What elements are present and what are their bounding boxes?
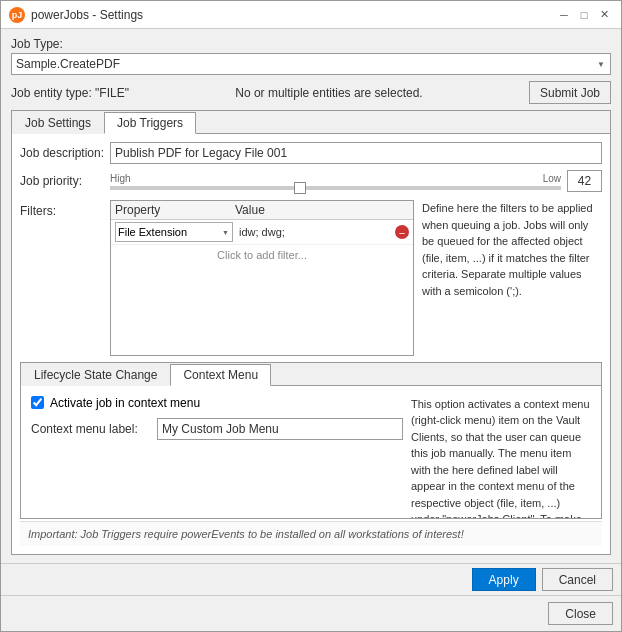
main-window: pJ powerJobs - Settings ─ □ ✕ Job Type: … xyxy=(0,0,622,632)
filter-property-select[interactable]: File Extension xyxy=(115,222,233,242)
inner-tabs-header: Lifecycle State Change Context Menu xyxy=(21,363,601,386)
titlebar: pJ powerJobs - Settings ─ □ ✕ xyxy=(1,1,621,29)
apply-cancel-row: Apply Cancel xyxy=(1,563,621,595)
filter-delete-button[interactable]: – xyxy=(395,225,409,239)
filters-description: Define here the filters to be applied wh… xyxy=(422,200,602,356)
entity-label: Job entity type: "FILE" xyxy=(11,86,129,100)
bottom-buttons: Close xyxy=(1,595,621,631)
filters-label: Filters: xyxy=(20,200,110,356)
window-controls: ─ □ ✕ xyxy=(555,6,613,24)
job-description-row: Job description: xyxy=(20,142,602,164)
job-description-label: Job description: xyxy=(20,146,110,160)
apply-button[interactable]: Apply xyxy=(472,568,536,591)
submit-job-button[interactable]: Submit Job xyxy=(529,81,611,104)
job-type-label: Job Type: xyxy=(11,37,611,51)
priority-slider-container: High Low xyxy=(110,173,561,190)
main-tabs-header: Job Settings Job Triggers xyxy=(12,111,610,134)
table-row: File Extension – xyxy=(111,220,413,245)
priority-value: 42 xyxy=(567,170,602,192)
priority-label: Job priority: xyxy=(20,174,110,188)
filter-value-input[interactable] xyxy=(237,222,395,242)
add-filter-text: Click to add filter... xyxy=(217,249,307,261)
activate-context-menu-label: Activate job in context menu xyxy=(50,396,200,410)
context-label-row: Context menu label: xyxy=(31,418,403,440)
filter-property-wrapper: File Extension xyxy=(115,222,233,242)
inner-tab-context-menu-content: Activate job in context menu Context men… xyxy=(21,386,601,519)
inner-tabs-container: Lifecycle State Change Context Menu Acti… xyxy=(20,362,602,520)
maximize-button[interactable]: □ xyxy=(575,6,593,24)
job-description-input[interactable] xyxy=(110,142,602,164)
activate-context-menu-checkbox[interactable] xyxy=(31,396,44,409)
close-window-button[interactable]: ✕ xyxy=(595,6,613,24)
filters-row: Filters: Property Value File Extension xyxy=(20,200,602,356)
context-menu-left: Activate job in context menu Context men… xyxy=(31,396,403,509)
filter-col-value-header: Value xyxy=(235,203,409,217)
priority-slider[interactable] xyxy=(110,186,561,190)
activate-context-menu-row: Activate job in context menu xyxy=(31,396,403,410)
app-icon: pJ xyxy=(9,7,25,23)
window-title: powerJobs - Settings xyxy=(31,8,555,22)
tab-job-triggers[interactable]: Job Triggers xyxy=(104,112,196,134)
entity-row: Job entity type: "FILE" No or multiple e… xyxy=(11,81,611,104)
add-filter-row[interactable]: Click to add filter... xyxy=(111,245,413,265)
filters-table-header: Property Value xyxy=(111,201,413,220)
main-tabs-container: Job Settings Job Triggers Job descriptio… xyxy=(11,110,611,555)
important-note: Important: Job Triggers require powerEve… xyxy=(20,521,602,546)
main-content: Job Type: Sample.CreatePDF Job entity ty… xyxy=(1,29,621,563)
close-button[interactable]: Close xyxy=(548,602,613,625)
minimize-button[interactable]: ─ xyxy=(555,6,573,24)
filter-col-property-header: Property xyxy=(115,203,235,217)
context-menu-description: This option activates a context menu (ri… xyxy=(411,396,591,509)
context-menu-label-text: Context menu label: xyxy=(31,422,151,436)
job-type-select-wrapper: Sample.CreatePDF xyxy=(11,53,611,75)
tab-lifecycle-state-change[interactable]: Lifecycle State Change xyxy=(21,364,170,386)
tab-triggers-content: Job description: Job priority: High Low … xyxy=(12,134,610,554)
entity-status: No or multiple entities are selected. xyxy=(235,86,422,100)
job-type-select[interactable]: Sample.CreatePDF xyxy=(11,53,611,75)
tab-job-settings[interactable]: Job Settings xyxy=(12,112,104,134)
filters-table-body: File Extension – Click to add filter... xyxy=(111,220,413,355)
cancel-button[interactable]: Cancel xyxy=(542,568,613,591)
tab-context-menu[interactable]: Context Menu xyxy=(170,364,271,386)
priority-row: Job priority: High Low 42 xyxy=(20,170,602,192)
filters-table: Property Value File Extension xyxy=(110,200,414,356)
context-menu-label-input[interactable] xyxy=(157,418,403,440)
